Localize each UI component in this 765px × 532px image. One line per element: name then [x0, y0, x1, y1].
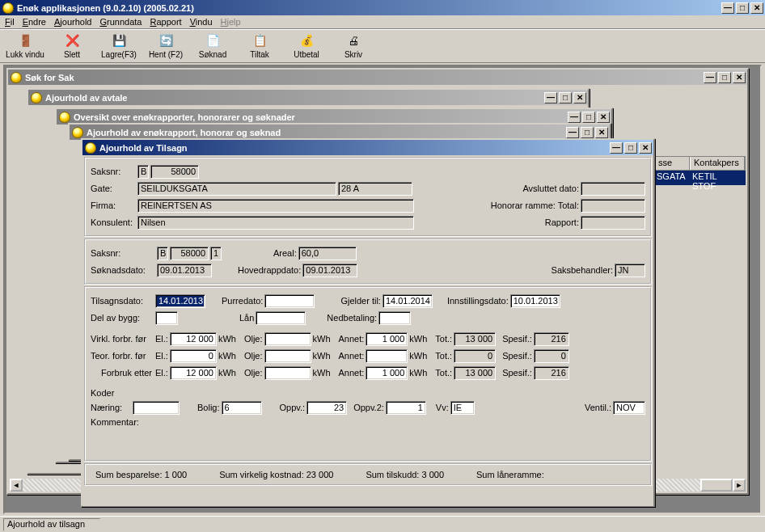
close-button[interactable]: ✕ [750, 2, 763, 14]
mid-seq[interactable]: 1 [210, 247, 222, 260]
oppv-field[interactable]: 23 [306, 401, 347, 415]
money-icon: 💰 [298, 32, 315, 49]
nedbet-field[interactable] [378, 311, 411, 325]
bulb-icon [11, 72, 22, 83]
maximize-button[interactable]: □ [736, 2, 749, 14]
r1-el[interactable]: 12 000 [170, 332, 217, 346]
minimize-button[interactable]: — [544, 92, 557, 103]
tilsagnsdato-field[interactable]: 14.01.2013 [155, 294, 205, 308]
menu-ajourhold[interactable]: Ajourhold [54, 17, 91, 27]
sum-besparelse: Sum besparelse: 1 000 [95, 470, 187, 479]
maximize-button[interactable]: □ [559, 92, 572, 103]
r3-olje[interactable] [264, 366, 311, 380]
save-icon: 💾 [111, 32, 127, 49]
delete-icon: ❌ [64, 32, 80, 49]
document-icon: 📄 [205, 32, 221, 49]
col-sse[interactable]: sse [654, 157, 690, 170]
gjelder-field[interactable]: 14.01.2014 [382, 294, 433, 308]
mid-b[interactable]: B [157, 247, 168, 260]
status-text: Ajourhold av tilsagn [3, 518, 100, 531]
menu-hjelp[interactable]: Hjelp [221, 17, 241, 27]
tool-tiltak[interactable]: 📋Tiltak [239, 32, 280, 59]
maximize-button[interactable]: □ [718, 72, 731, 83]
close-button[interactable]: ✕ [639, 142, 652, 154]
saksnr-n[interactable]: 58000 [150, 165, 199, 179]
ventil-field[interactable]: NOV [613, 401, 645, 415]
gate-no-field[interactable]: 28 A [338, 182, 412, 196]
avsluttet-field[interactable] [581, 182, 645, 196]
minimize-button[interactable]: — [721, 2, 734, 14]
soknad-field[interactable]: 09.01.2013 [157, 264, 212, 277]
gate-field[interactable]: SEILDUKSGATA [137, 182, 336, 196]
minimize-button[interactable]: — [704, 72, 716, 83]
sum-virkelig: Sum virkelig kostnad: 23 000 [219, 470, 333, 479]
maximize-button[interactable]: □ [624, 142, 637, 154]
table-row[interactable]: SGATA KETIL STOF [653, 171, 746, 185]
firma-field[interactable]: REINERTSEN AS [137, 199, 414, 213]
tilsagn-titlebar: Ajourhold av Tilsagn —□✕ [82, 140, 653, 155]
bulb-icon [85, 142, 96, 154]
bolig-field[interactable]: 6 [222, 401, 262, 415]
scroll-left[interactable]: ◄ [10, 479, 23, 492]
window-tilsagn[interactable]: Ajourhold av Tilsagn —□✕ Saksnr: B 58000… [81, 138, 655, 507]
tool-skriv[interactable]: 🖨Skriv [333, 32, 374, 59]
tool-slett[interactable]: ❌Slett [52, 32, 92, 59]
menu-grunndata[interactable]: Grunndata [99, 17, 142, 27]
purredato-field[interactable] [264, 294, 315, 308]
tool-lagre[interactable]: 💾Lagre(F3) [99, 32, 139, 59]
menu-vindu[interactable]: Vindu [190, 17, 213, 27]
close-button[interactable]: ✕ [597, 112, 610, 123]
oversikt-title: Oversikt over enøkrapporter, honorarer o… [74, 112, 566, 122]
tool-hent[interactable]: 🔄Hent (F2) [146, 32, 186, 59]
tool-soknad[interactable]: 📄Søknad [192, 32, 233, 59]
tool-utbetal[interactable]: 💰Utbetal [286, 32, 327, 59]
r2-spesif: 0 [534, 349, 569, 363]
close-button[interactable]: ✕ [595, 127, 608, 138]
scroll-thumb[interactable] [700, 479, 733, 492]
innstilling-field[interactable]: 10.01.2013 [510, 294, 560, 308]
oppv2-field[interactable]: 1 [386, 401, 426, 415]
saksbeh-field[interactable]: JN [615, 264, 645, 277]
menu-rapport[interactable]: Rapport [150, 17, 181, 27]
minimize-button[interactable]: — [566, 127, 579, 138]
areal-field[interactable]: 60,0 [298, 247, 357, 260]
scroll-right[interactable]: ► [733, 479, 746, 492]
minimize-button[interactable]: — [568, 112, 581, 123]
app-title: Enøk applikasjonen (9.0.2.10) (2005.02.2… [17, 3, 720, 13]
r3-el[interactable]: 12 000 [170, 366, 217, 380]
col-kontakt[interactable]: Kontakpers [690, 157, 745, 170]
r2-olje[interactable] [264, 349, 311, 363]
konsulent-field[interactable]: Nilsen [137, 216, 414, 230]
menu-fil[interactable]: Fil [5, 17, 15, 27]
close-button[interactable]: ✕ [573, 92, 586, 103]
lbl-oppv2: Oppv.2: [353, 403, 384, 412]
lbl-kommentar: Kommentar: [91, 417, 139, 427]
lbl-bolig: Bolig: [197, 403, 220, 412]
lbl-gjelder: Gjelder til: [340, 296, 381, 306]
honorar-total-field[interactable] [581, 199, 645, 213]
minimize-button[interactable]: — [610, 142, 623, 154]
vv-field[interactable]: IE [450, 401, 475, 415]
maximize-button[interactable]: □ [582, 112, 595, 123]
lbl-hovedrapp: Hovedrappdato: [238, 265, 301, 275]
panel-main: Tilsagnsdato: 14.01.2013 Purredato: Gjel… [84, 286, 652, 462]
panel-mid: Saksnr: B 58000 1 Areal: 60,0 Søknadsdat… [84, 239, 652, 285]
naering-field[interactable] [133, 401, 180, 415]
bulb-icon [31, 92, 42, 103]
mid-n[interactable]: 58000 [170, 247, 209, 260]
menu-endre[interactable]: Endre [23, 17, 46, 27]
rapport-field[interactable] [581, 216, 645, 230]
saksnr-b[interactable]: B [137, 165, 149, 179]
tool-lukk[interactable]: 🚪Lukk vindu [5, 32, 45, 59]
close-button[interactable]: ✕ [733, 72, 746, 83]
r2-el[interactable]: 0 [170, 349, 217, 363]
r1-olje[interactable] [264, 332, 311, 346]
r2-annet[interactable] [366, 349, 408, 363]
rapport-title: Ajourhold av enøkrapport, honorar og søk… [87, 128, 564, 137]
hovedrapp-field[interactable]: 09.01.2013 [302, 264, 357, 277]
maximize-button[interactable]: □ [581, 127, 594, 138]
del-field[interactable] [155, 311, 178, 325]
lan-field[interactable] [256, 311, 306, 325]
r1-annet[interactable]: 1 000 [366, 332, 408, 346]
r3-annet[interactable]: 1 000 [366, 366, 408, 380]
